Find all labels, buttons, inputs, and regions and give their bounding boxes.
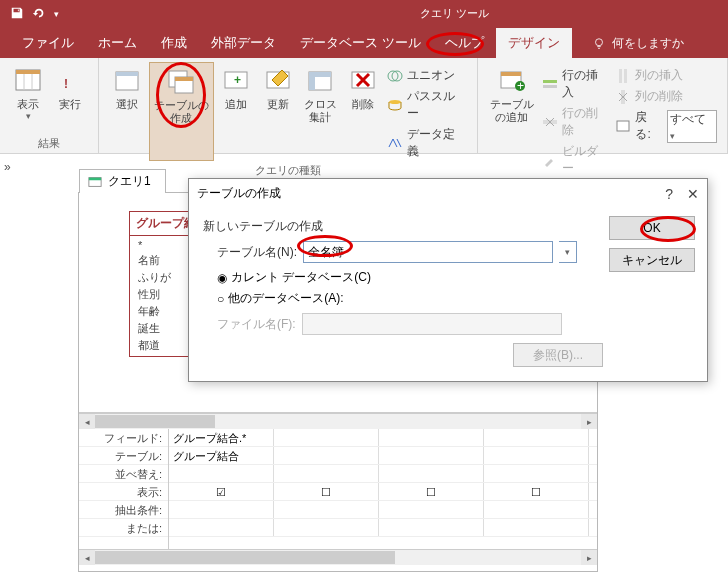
select-button[interactable]: 選択 — [107, 62, 147, 161]
query-tab[interactable]: クエリ1 — [79, 169, 166, 193]
grid-cell[interactable] — [379, 429, 484, 446]
dialog-title-text: テーブルの作成 — [197, 185, 281, 202]
grid-cell[interactable] — [379, 519, 484, 536]
svg-rect-33 — [89, 177, 101, 180]
tab-help[interactable]: ヘルプ — [433, 28, 496, 58]
design-grid: フィールド: テーブル: 並べ替え: 表示: 抽出条件: または: グループ結合… — [79, 429, 597, 549]
grid-cell[interactable] — [169, 501, 274, 518]
delete-row-label: 行の削除 — [562, 105, 610, 139]
file-name-input — [302, 313, 562, 335]
add-table-icon: + — [498, 66, 526, 94]
return-combo[interactable]: 戻る: すべて ▾ — [613, 108, 719, 144]
chevron-down-icon: ▾ — [565, 247, 570, 257]
delete-button[interactable]: 削除 — [343, 62, 383, 161]
radio-other-db[interactable]: ○ 他のデータベース(A): — [217, 290, 693, 307]
grid-label-field: フィールド: — [79, 429, 168, 447]
datadef-icon — [387, 135, 403, 151]
passthrough-button[interactable]: パススルー — [385, 87, 469, 123]
insert-row-label: 行の挿入 — [562, 67, 610, 101]
run-button[interactable]: ! 実行 — [50, 62, 90, 123]
builder-label: ビルダー — [562, 143, 610, 177]
add-table-button[interactable]: + テーブル の追加 — [486, 62, 538, 178]
tell-me[interactable]: 何をしますか — [592, 35, 684, 58]
browse-button: 参照(B)... — [513, 343, 603, 367]
ok-button[interactable]: OK — [609, 216, 695, 240]
grid-cell[interactable] — [274, 447, 379, 464]
show-checkbox[interactable]: ☑ — [169, 483, 274, 500]
union-icon — [387, 68, 403, 84]
titlebar: ▾ クエリ ツール — [0, 0, 728, 28]
show-checkbox[interactable]: ☐ — [484, 483, 589, 500]
grid-cell[interactable] — [274, 429, 379, 446]
scroll-left-icon[interactable]: ◂ — [79, 550, 95, 565]
crosstab-button[interactable]: クロス 集計 — [300, 62, 341, 161]
grid-cell[interactable] — [379, 447, 484, 464]
scroll-right-icon[interactable]: ▸ — [581, 550, 597, 565]
close-icon[interactable]: ✕ — [687, 187, 699, 201]
quick-access-toolbar: ▾ — [4, 6, 59, 23]
tab-home[interactable]: ホーム — [86, 28, 149, 58]
passthrough-icon — [387, 97, 403, 113]
radio-selected-icon: ◉ — [217, 271, 227, 285]
union-button[interactable]: ユニオン — [385, 66, 469, 85]
chevron-down-icon: ▾ — [670, 131, 675, 141]
help-icon[interactable]: ? — [665, 187, 673, 201]
qat-dropdown-icon[interactable]: ▾ — [54, 9, 59, 19]
tab-create[interactable]: 作成 — [149, 28, 199, 58]
grid-cell[interactable] — [379, 465, 484, 482]
grid-cell[interactable] — [274, 501, 379, 518]
scroll-thumb[interactable] — [95, 551, 395, 564]
table-name-input[interactable] — [303, 241, 553, 263]
tab-dbtools[interactable]: データベース ツール — [288, 28, 433, 58]
tab-external[interactable]: 外部データ — [199, 28, 288, 58]
grid-label-sort: 並べ替え: — [79, 465, 168, 483]
return-label: 戻る: — [635, 109, 662, 143]
grid-cell[interactable] — [484, 429, 589, 446]
grid-cell[interactable] — [484, 465, 589, 482]
tab-file[interactable]: ファイル — [10, 28, 86, 58]
undo-icon[interactable] — [32, 6, 46, 23]
view-label: 表示 — [17, 98, 39, 111]
grid-cell[interactable] — [484, 501, 589, 518]
nav-pane-expander[interactable]: » — [4, 160, 11, 174]
grid-label-table: テーブル: — [79, 447, 168, 465]
scroll-thumb[interactable] — [95, 415, 215, 428]
insert-row-button[interactable]: 行の挿入 — [540, 66, 612, 102]
builder-button: ビルダー — [540, 142, 612, 178]
grid-cell[interactable]: グループ結合.* — [169, 429, 274, 446]
grid-cell[interactable] — [484, 519, 589, 536]
svg-rect-31 — [617, 121, 629, 131]
delete-col-button: 列の削除 — [613, 87, 719, 106]
dialog-titlebar[interactable]: テーブルの作成 ? ✕ — [189, 179, 707, 208]
show-checkbox[interactable]: ☐ — [274, 483, 379, 500]
grid-cell[interactable]: グループ結合 — [169, 447, 274, 464]
tab-design[interactable]: デザイン — [496, 28, 572, 58]
table-name-dropdown[interactable]: ▾ — [559, 241, 577, 263]
insert-col-icon — [615, 68, 631, 84]
append-button[interactable]: + 追加 — [216, 62, 256, 161]
scroll-left-icon[interactable]: ◂ — [79, 414, 95, 429]
grid-columns[interactable]: グループ結合.* グループ結合 ☑☐☐☐ — [169, 429, 597, 549]
grid-cell[interactable] — [169, 465, 274, 482]
scrollbar-horizontal[interactable]: ◂ ▸ — [79, 413, 597, 429]
scroll-right-icon[interactable]: ▸ — [581, 414, 597, 429]
grid-cell[interactable] — [379, 501, 484, 518]
grid-cell[interactable] — [484, 447, 589, 464]
show-checkbox[interactable]: ☐ — [379, 483, 484, 500]
run-label: 実行 — [59, 98, 81, 111]
grid-cell[interactable] — [274, 519, 379, 536]
cancel-button[interactable]: キャンセル — [609, 248, 695, 272]
save-icon[interactable] — [10, 6, 24, 23]
scrollbar-horizontal[interactable]: ◂ ▸ — [79, 549, 597, 565]
make-table-button[interactable]: テーブルの 作成 — [149, 62, 214, 161]
datadef-button[interactable]: データ定義 — [385, 125, 469, 161]
update-button[interactable]: 更新 — [258, 62, 298, 161]
chevron-down-icon: ▾ — [26, 111, 31, 121]
ribbon: 表示 ▾ ! 実行 結果 選択 テーブルの 作成 + 追加 — [0, 58, 728, 154]
grid-cell[interactable] — [169, 519, 274, 536]
svg-rect-26 — [543, 85, 557, 88]
tool-tab-label: クエリ ツール — [420, 6, 489, 21]
delete-row-icon — [542, 114, 558, 130]
grid-cell[interactable] — [274, 465, 379, 482]
view-button[interactable]: 表示 ▾ — [8, 62, 48, 123]
